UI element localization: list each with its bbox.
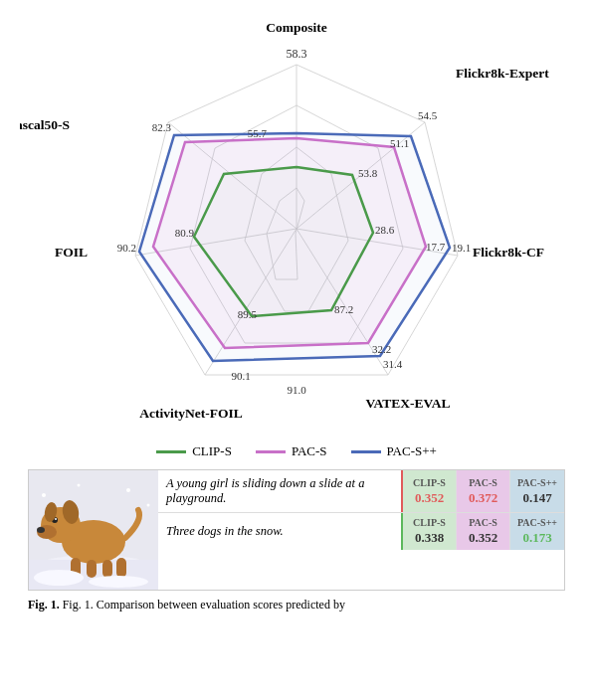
chart-legend: CLIP-S PAC-S PAC-S++ <box>20 443 573 459</box>
pacspp-value-2: 0.173 <box>522 530 551 546</box>
caption-row-2: Three dogs in the snow. CLIP-S 0.338 PAC… <box>158 513 564 550</box>
svg-point-48 <box>78 484 81 487</box>
caption-text-2: Three dogs in the snow. <box>158 513 403 550</box>
svg-text:87.2: 87.2 <box>334 303 353 315</box>
svg-text:82.3: 82.3 <box>152 121 172 133</box>
svg-text:90.2: 90.2 <box>117 242 136 254</box>
svg-rect-42 <box>87 560 97 578</box>
svg-point-47 <box>42 493 46 497</box>
clips-score-1: CLIP-S 0.352 <box>403 470 457 512</box>
svg-rect-44 <box>116 558 126 578</box>
axis-foil: FOIL <box>55 245 88 260</box>
axis-composite: Composite <box>266 20 327 35</box>
legend-clips: CLIP-S <box>156 443 232 459</box>
clips-line <box>156 450 186 453</box>
score-cells-1: CLIP-S 0.352 PAC-S 0.372 PAC-S++ 0.147 <box>403 470 564 512</box>
svg-text:32.2: 32.2 <box>372 343 391 355</box>
pacs-score-2: PAC-S 0.352 <box>457 513 510 550</box>
svg-text:17.7: 17.7 <box>426 241 446 253</box>
caption-row-1: A young girl is sliding down a slide at … <box>158 470 564 513</box>
axis-flickr8k-expert: Flickr8k-Expert <box>456 66 549 81</box>
pacspp-line <box>351 450 381 453</box>
pacs-score-1: PAC-S 0.372 <box>457 470 510 512</box>
pacspp-score-2: PAC-S++ 0.173 <box>510 513 564 550</box>
legend-pacs: PAC-S <box>256 443 327 459</box>
svg-point-50 <box>147 504 150 507</box>
pacs-value-1: 0.372 <box>469 490 497 506</box>
pacspp-score-1: PAC-S++ 0.147 <box>510 470 564 512</box>
svg-point-38 <box>55 518 57 520</box>
axis-pascal: Pascal50-S <box>20 117 70 132</box>
svg-text:89.5: 89.5 <box>238 308 258 320</box>
svg-text:54.5: 54.5 <box>418 109 438 121</box>
svg-text:51.1: 51.1 <box>390 137 409 149</box>
svg-text:55.7: 55.7 <box>248 127 268 139</box>
pacspp-label: PAC-S++ <box>387 443 437 459</box>
caption-text-1: A young girl is sliding down a slide at … <box>158 470 403 512</box>
pacspp-value-1: 0.147 <box>522 490 551 506</box>
fig-text: Fig. 1. Comparison between evaluation sc… <box>63 598 345 612</box>
svg-text:80.9: 80.9 <box>175 227 195 239</box>
svg-text:91.0: 91.0 <box>287 384 306 396</box>
svg-rect-43 <box>102 560 112 578</box>
pacs-label: PAC-S <box>292 443 327 459</box>
figure-caption: Fig. 1. Fig. 1. Comparison between evalu… <box>20 591 573 613</box>
svg-point-46 <box>89 576 148 588</box>
svg-text:31.4: 31.4 <box>383 358 403 370</box>
composite-value: 58.3 <box>287 47 307 61</box>
svg-text:19.1: 19.1 <box>452 242 471 254</box>
clips-label: CLIP-S <box>192 443 232 459</box>
pacs-value-2: 0.352 <box>469 530 497 546</box>
score-cells-2: CLIP-S 0.338 PAC-S 0.352 PAC-S++ 0.173 <box>403 513 564 550</box>
axis-activitynet: ActivityNet-FOIL <box>139 406 242 421</box>
clips-value-1: 0.352 <box>415 490 444 506</box>
pacs-line <box>256 450 286 453</box>
dog-image-cell <box>29 470 158 590</box>
svg-text:90.1: 90.1 <box>231 370 250 382</box>
radar-chart: 58.3 55.7 54.5 51.1 53.8 19.1 17.7 28.6 … <box>20 10 573 438</box>
axis-flickr8k-cf: Flickr8k-CF <box>473 245 544 260</box>
svg-text:53.8: 53.8 <box>358 167 378 179</box>
svg-text:28.6: 28.6 <box>375 224 395 236</box>
legend-pacspp: PAC-S++ <box>351 443 437 459</box>
svg-point-36 <box>37 527 45 533</box>
axis-vatex: VATEX-EVAL <box>366 396 451 411</box>
svg-point-49 <box>126 488 130 492</box>
fig-label: Fig. 1. <box>28 598 60 612</box>
clips-value-2: 0.338 <box>415 530 444 546</box>
caption-rows: A young girl is sliding down a slide at … <box>158 470 564 590</box>
svg-point-45 <box>34 570 84 586</box>
comparison-table: A young girl is sliding down a slide at … <box>28 469 565 591</box>
clips-score-2: CLIP-S 0.338 <box>403 513 457 550</box>
dog-image <box>29 470 158 590</box>
